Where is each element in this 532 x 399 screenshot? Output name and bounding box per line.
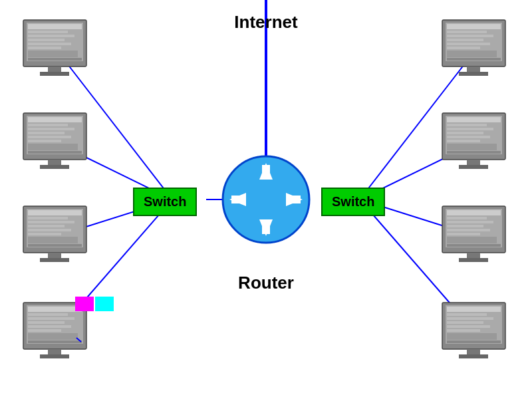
svg-rect-31 [40,72,69,76]
svg-rect-74 [447,39,483,41]
svg-rect-23 [28,31,68,33]
svg-rect-35 [28,124,68,126]
svg-rect-98 [447,225,483,227]
svg-rect-113 [447,333,497,340]
svg-rect-96 [447,217,487,219]
svg-rect-15 [262,219,270,234]
svg-rect-110 [447,321,483,324]
svg-rect-41 [28,151,82,154]
svg-rect-49 [28,225,65,227]
svg-rect-27 [28,47,61,49]
svg-rect-59 [28,313,68,316]
svg-rect-112 [447,329,480,332]
svg-rect-28 [28,51,78,57]
svg-rect-78 [447,58,501,61]
patch-cyan [95,297,114,311]
svg-rect-43 [40,165,69,169]
svg-rect-39 [28,140,61,142]
svg-rect-24 [28,35,74,37]
svg-rect-92 [459,165,488,169]
svg-rect-87 [447,136,490,138]
svg-rect-50 [28,229,71,231]
svg-rect-90 [447,151,501,154]
svg-rect-64 [28,333,78,340]
patch-magenta [75,297,94,311]
svg-rect-104 [459,258,488,262]
svg-rect-83 [447,117,501,122]
svg-rect-38 [28,136,71,138]
svg-rect-46 [28,210,82,215]
svg-rect-89 [447,144,497,150]
svg-rect-51 [28,233,61,235]
svg-rect-116 [459,354,488,358]
svg-rect-17 [231,196,246,203]
svg-rect-72 [447,31,487,33]
svg-rect-95 [447,210,501,215]
svg-rect-40 [28,144,78,150]
svg-rect-73 [447,35,493,37]
svg-rect-13 [262,165,270,180]
svg-rect-109 [447,317,493,320]
svg-rect-53 [28,244,82,247]
svg-rect-25 [28,39,65,41]
svg-rect-19 [286,196,301,203]
svg-rect-114 [447,340,501,343]
svg-rect-36 [28,128,74,130]
svg-rect-67 [40,354,69,358]
svg-rect-85 [447,128,493,130]
svg-rect-22 [28,24,82,29]
svg-rect-100 [447,233,480,235]
svg-rect-26 [28,43,71,45]
svg-rect-111 [447,325,490,328]
svg-rect-84 [447,124,487,126]
svg-rect-65 [28,340,82,343]
svg-rect-62 [28,325,71,328]
svg-rect-47 [28,217,68,219]
svg-rect-97 [447,221,493,223]
svg-rect-77 [447,51,497,57]
svg-rect-63 [28,329,61,332]
svg-rect-52 [28,237,78,243]
switch-right: Switch [321,188,385,216]
svg-rect-107 [447,307,501,312]
svg-rect-61 [28,321,65,324]
internet-label: Internet [234,12,297,33]
svg-rect-37 [28,132,65,134]
svg-rect-99 [447,229,490,231]
svg-rect-60 [28,317,74,320]
svg-rect-108 [447,313,487,316]
svg-rect-34 [28,117,82,122]
svg-rect-102 [447,244,501,247]
switch-left: Switch [133,188,197,216]
svg-rect-29 [28,58,82,61]
svg-rect-71 [447,24,501,29]
svg-rect-48 [28,221,74,223]
svg-rect-75 [447,43,490,45]
svg-rect-58 [28,307,82,312]
svg-rect-101 [447,237,497,243]
svg-rect-55 [40,258,69,262]
svg-rect-86 [447,132,483,134]
router-label: Router [238,273,294,293]
svg-rect-76 [447,47,480,49]
svg-rect-88 [447,140,480,142]
svg-rect-80 [459,72,488,76]
